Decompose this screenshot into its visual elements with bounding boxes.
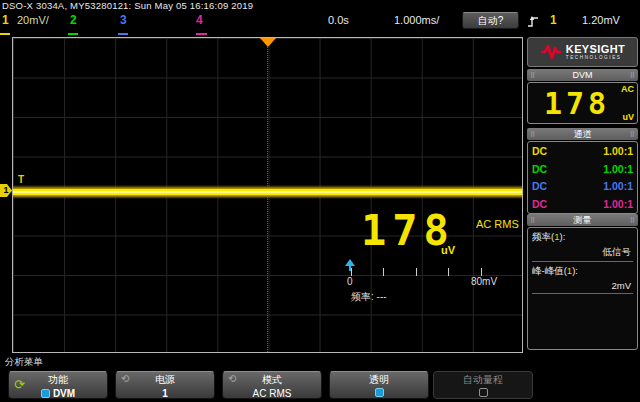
dvm-panel-value: 178: [544, 86, 610, 121]
channel-row-1[interactable]: DC 1.00:1: [532, 143, 633, 161]
dvm-panel-title: DVM: [573, 70, 593, 80]
measure-panel: 频率(1): 低信号 峰-峰值(1): 2mV: [527, 227, 638, 350]
rotate-knob-icon: ⟳: [14, 378, 25, 391]
keysight-spark-icon: [540, 44, 562, 60]
dvm-frequency-value: ---: [377, 291, 387, 302]
channel-4-tab: [196, 33, 207, 35]
brand-name: KEYSIGHT: [566, 44, 625, 55]
rotate-knob-icon: ⟲: [228, 374, 236, 384]
measure-label-frequency: 频率(1):: [532, 231, 633, 244]
channel-3-tab: [118, 33, 128, 35]
grip-icon: ⠿: [530, 131, 535, 138]
channels-panel: DC 1.00:1 DC 1.00:1 DC 1.00:1 DC 1.00:1: [527, 141, 638, 214]
coupling: DC: [532, 143, 547, 161]
checkbox-checked-icon: [41, 389, 50, 398]
dvm-scale-tick: [481, 268, 482, 276]
checkbox-unchecked-icon: [479, 388, 488, 397]
dvm-scale-tick: [383, 268, 384, 276]
channel-2-tab: [68, 33, 78, 35]
divider: [532, 261, 633, 262]
channels-panel-title: 通道: [574, 128, 592, 141]
checkbox-checked-icon: [375, 388, 384, 397]
channel-2-button[interactable]: 2: [70, 13, 77, 27]
divider: [532, 293, 633, 294]
time-offset[interactable]: 0.0s: [328, 14, 349, 26]
dvm-scale-tick: [351, 268, 352, 276]
dvm-scale-tick: [416, 268, 417, 276]
rotate-knob-icon: ⟲: [121, 374, 129, 384]
softkey-value: AC RMS: [223, 388, 321, 399]
coupling: DC: [532, 196, 547, 214]
grip-icon: ⠿: [630, 131, 635, 138]
dvm-scale-pointer-icon: [345, 259, 355, 266]
measure-panel-header[interactable]: ⠿ 测量 ⠿: [527, 214, 638, 226]
channel-row-2[interactable]: DC 1.00:1: [532, 161, 633, 179]
channel-1-waveform-highlight: [13, 191, 522, 193]
channel-row-3[interactable]: DC 1.00:1: [532, 178, 633, 196]
sidebar: KEYSIGHT TECHNOLOGIES ⠿ DVM ⠿ 178 AC uV …: [527, 37, 638, 350]
channel-1-ground-marker[interactable]: 1: [0, 184, 12, 197]
softkey-value: DVM: [53, 388, 75, 399]
dvm-panel-unit: uV: [622, 112, 634, 122]
dvm-overlay-unit: uV: [441, 244, 455, 256]
menu-label: 分析菜单: [5, 356, 43, 369]
softkey-title: 透明: [330, 373, 428, 387]
measure-label-peak-peak: 峰-峰值(1):: [532, 265, 633, 278]
probe-ratio: 1.00:1: [603, 178, 633, 196]
trigger-level[interactable]: 1.20mV: [582, 14, 620, 26]
measure-value-peak-peak: 2mV: [532, 280, 631, 291]
keysight-logo: KEYSIGHT TECHNOLOGIES: [527, 37, 638, 67]
trigger-source[interactable]: 1: [550, 13, 557, 27]
trigger-time-reference-icon[interactable]: [260, 38, 276, 47]
softkey-mode[interactable]: ⟲ 模式 AC RMS: [222, 371, 322, 399]
coupling: DC: [532, 178, 547, 196]
channel-1-tab: [0, 33, 10, 35]
timebase[interactable]: 1.000ms/: [394, 14, 439, 26]
probe-ratio: 1.00:1: [603, 161, 633, 179]
grip-icon: ⠿: [630, 217, 635, 224]
dvm-scale-max: 80mV: [471, 276, 497, 287]
channel-4-button[interactable]: 4: [196, 13, 203, 27]
softkey-value: 1: [116, 388, 214, 399]
auto-trigger-button[interactable]: 自动?: [462, 12, 519, 29]
measure-value-frequency: 低信号: [532, 246, 631, 259]
coupling: DC: [532, 161, 547, 179]
dvm-panel-header[interactable]: ⠿ DVM ⠿: [527, 69, 638, 81]
channel-3-button[interactable]: 3: [120, 13, 127, 27]
measure-panel-title: 测量: [574, 214, 592, 227]
dvm-panel-mode: AC: [621, 84, 634, 94]
softkey-title: 模式: [223, 373, 321, 387]
grip-icon: ⠿: [530, 217, 535, 224]
dvm-overlay-mode: AC RMS: [476, 218, 519, 230]
probe-ratio: 1.00:1: [603, 143, 633, 161]
grip-icon: ⠿: [530, 72, 535, 79]
device-title: DSO-X 3034A, MY53280121: Sun May 05 16:1…: [2, 0, 253, 11]
channel-1-button[interactable]: 1: [2, 13, 9, 27]
softkey-title: 电源: [116, 373, 214, 387]
dvm-overlay-frequency: 频率: ---: [351, 290, 387, 304]
trigger-level-marker[interactable]: T: [18, 174, 24, 185]
softkey-transparent[interactable]: 透明: [329, 371, 429, 399]
dvm-panel: 178 AC uV: [527, 82, 638, 124]
rising-edge-trigger-icon: [527, 14, 540, 32]
dvm-scale-tick: [448, 268, 449, 276]
waveform-graticule[interactable]: T 178 uV AC RMS 0 80mV 频率: ---: [12, 37, 523, 353]
dvm-scale-min: 0: [347, 276, 353, 287]
softkey-title: 自动量程: [434, 373, 532, 387]
oscilloscope-screen: DSO-X 3034A, MY53280121: Sun May 05 16:1…: [0, 0, 640, 402]
softkey-autorange: 自动量程: [433, 371, 533, 399]
softkey-source[interactable]: ⟲ 电源 1: [115, 371, 215, 399]
channel-1-scale[interactable]: 20mV/: [17, 14, 49, 26]
probe-ratio: 1.00:1: [603, 196, 633, 214]
channels-panel-header[interactable]: ⠿ 通道 ⠿: [527, 128, 638, 140]
grip-icon: ⠿: [630, 72, 635, 79]
softkey-function[interactable]: ⟳ 功能 DVM: [8, 371, 108, 399]
brand-sub: TECHNOLOGIES: [566, 56, 625, 61]
channel-row-4[interactable]: DC 1.00:1: [532, 196, 633, 214]
dvm-frequency-label: 频率:: [351, 291, 374, 302]
